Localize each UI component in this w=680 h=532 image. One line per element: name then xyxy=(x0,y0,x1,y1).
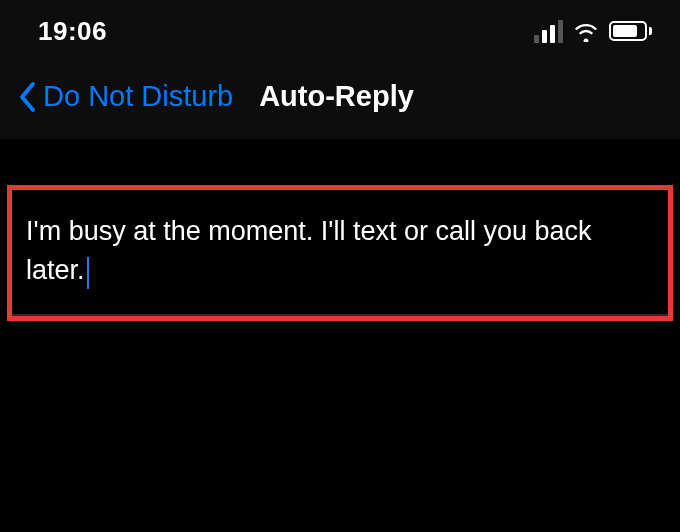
battery-icon xyxy=(609,21,652,41)
highlight-annotation: I'm busy at the moment. I'll text or cal… xyxy=(7,185,673,321)
status-bar: 19:06 xyxy=(0,0,680,56)
back-label: Do Not Disturb xyxy=(43,80,233,113)
page-title: Auto-Reply xyxy=(259,80,414,113)
text-cursor-icon xyxy=(87,257,89,289)
status-time: 19:06 xyxy=(38,16,107,47)
back-button[interactable]: Do Not Disturb xyxy=(18,80,233,113)
wifi-icon xyxy=(572,20,600,42)
auto-reply-message-text: I'm busy at the moment. I'll text or cal… xyxy=(26,216,592,285)
nav-bar: Do Not Disturb Auto-Reply xyxy=(0,56,680,139)
chevron-left-icon xyxy=(18,81,37,113)
status-icons xyxy=(534,20,652,43)
cellular-icon xyxy=(534,20,563,43)
content-spacer xyxy=(0,139,680,185)
auto-reply-text-field[interactable]: I'm busy at the moment. I'll text or cal… xyxy=(12,190,668,316)
